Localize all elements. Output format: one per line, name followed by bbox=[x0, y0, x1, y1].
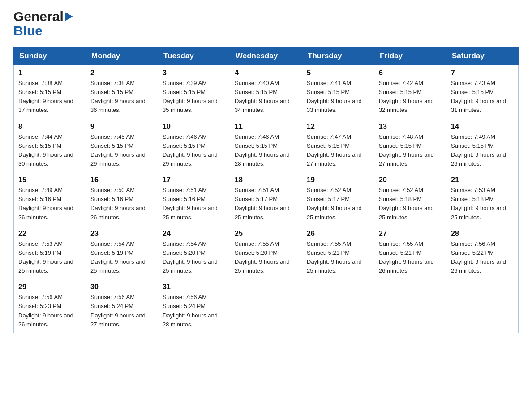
calendar-day-cell: 31 Sunrise: 7:56 AMSunset: 5:24 PMDaylig… bbox=[158, 279, 230, 333]
day-info: Sunrise: 7:44 AMSunset: 5:15 PMDaylight:… bbox=[18, 133, 81, 169]
logo-blue-text: Blue bbox=[13, 23, 43, 39]
day-info: Sunrise: 7:54 AMSunset: 5:19 PMDaylight:… bbox=[90, 240, 153, 276]
calendar-day-cell: 20 Sunrise: 7:52 AMSunset: 5:18 PMDaylig… bbox=[374, 172, 446, 226]
day-info: Sunrise: 7:38 AMSunset: 5:15 PMDaylight:… bbox=[18, 79, 81, 115]
day-info: Sunrise: 7:49 AMSunset: 5:16 PMDaylight:… bbox=[18, 186, 81, 222]
day-info: Sunrise: 7:56 AMSunset: 5:24 PMDaylight:… bbox=[90, 293, 153, 329]
day-number: 8 bbox=[18, 123, 81, 131]
day-number: 16 bbox=[90, 176, 153, 184]
day-number: 31 bbox=[163, 283, 225, 291]
calendar-day-cell: 9 Sunrise: 7:45 AMSunset: 5:15 PMDayligh… bbox=[86, 119, 158, 172]
day-info: Sunrise: 7:55 AMSunset: 5:21 PMDaylight:… bbox=[379, 240, 442, 276]
calendar-week-row: 15 Sunrise: 7:49 AMSunset: 5:16 PMDaylig… bbox=[14, 172, 519, 226]
day-info: Sunrise: 7:55 AMSunset: 5:20 PMDaylight:… bbox=[235, 240, 297, 276]
day-info: Sunrise: 7:53 AMSunset: 5:18 PMDaylight:… bbox=[451, 186, 514, 222]
day-number: 28 bbox=[451, 230, 514, 238]
calendar-day-cell bbox=[374, 279, 446, 333]
day-number: 4 bbox=[235, 69, 297, 77]
day-number: 9 bbox=[90, 123, 153, 131]
logo-general-text: General bbox=[13, 9, 64, 24]
day-number: 7 bbox=[451, 69, 514, 77]
calendar-day-cell: 14 Sunrise: 7:49 AMSunset: 5:15 PMDaylig… bbox=[446, 119, 519, 172]
svg-marker-0 bbox=[65, 12, 73, 21]
calendar-day-cell: 2 Sunrise: 7:38 AMSunset: 5:15 PMDayligh… bbox=[86, 65, 158, 119]
day-number: 22 bbox=[18, 230, 81, 238]
day-number: 29 bbox=[18, 283, 81, 291]
day-number: 18 bbox=[235, 176, 297, 184]
day-info: Sunrise: 7:40 AMSunset: 5:15 PMDaylight:… bbox=[235, 79, 297, 115]
day-info: Sunrise: 7:49 AMSunset: 5:15 PMDaylight:… bbox=[451, 133, 514, 169]
calendar-day-cell bbox=[446, 279, 519, 333]
calendar-week-row: 22 Sunrise: 7:53 AMSunset: 5:19 PMDaylig… bbox=[14, 226, 519, 279]
day-info: Sunrise: 7:51 AMSunset: 5:16 PMDaylight:… bbox=[163, 186, 225, 222]
calendar-table: SundayMondayTuesdayWednesdayThursdayFrid… bbox=[13, 47, 519, 333]
day-number: 13 bbox=[379, 123, 442, 131]
day-info: Sunrise: 7:38 AMSunset: 5:15 PMDaylight:… bbox=[90, 79, 153, 115]
day-info: Sunrise: 7:56 AMSunset: 5:22 PMDaylight:… bbox=[451, 240, 514, 276]
column-header-friday: Friday bbox=[374, 47, 446, 65]
calendar-day-cell: 6 Sunrise: 7:42 AMSunset: 5:15 PMDayligh… bbox=[374, 65, 446, 119]
calendar-day-cell: 4 Sunrise: 7:40 AMSunset: 5:15 PMDayligh… bbox=[230, 65, 302, 119]
day-number: 23 bbox=[90, 230, 153, 238]
day-info: Sunrise: 7:51 AMSunset: 5:17 PMDaylight:… bbox=[235, 186, 297, 222]
page-header: General Blue bbox=[13, 9, 519, 39]
day-info: Sunrise: 7:45 AMSunset: 5:15 PMDaylight:… bbox=[90, 133, 153, 169]
calendar-day-cell: 7 Sunrise: 7:43 AMSunset: 5:15 PMDayligh… bbox=[446, 65, 519, 119]
logo-arrow-icon bbox=[65, 12, 73, 21]
day-number: 20 bbox=[379, 176, 442, 184]
calendar-day-cell: 23 Sunrise: 7:54 AMSunset: 5:19 PMDaylig… bbox=[86, 226, 158, 279]
calendar-day-cell: 19 Sunrise: 7:52 AMSunset: 5:17 PMDaylig… bbox=[302, 172, 374, 226]
calendar-day-cell: 15 Sunrise: 7:49 AMSunset: 5:16 PMDaylig… bbox=[14, 172, 86, 226]
day-number: 19 bbox=[307, 176, 369, 184]
day-number: 2 bbox=[90, 69, 153, 77]
calendar-day-cell: 24 Sunrise: 7:54 AMSunset: 5:20 PMDaylig… bbox=[158, 226, 230, 279]
column-header-sunday: Sunday bbox=[14, 47, 86, 65]
day-info: Sunrise: 7:56 AMSunset: 5:23 PMDaylight:… bbox=[18, 293, 81, 329]
day-number: 3 bbox=[163, 69, 225, 77]
calendar-day-cell: 28 Sunrise: 7:56 AMSunset: 5:22 PMDaylig… bbox=[446, 226, 519, 279]
calendar-day-cell: 1 Sunrise: 7:38 AMSunset: 5:15 PMDayligh… bbox=[14, 65, 86, 119]
calendar-week-row: 8 Sunrise: 7:44 AMSunset: 5:15 PMDayligh… bbox=[14, 119, 519, 172]
column-header-saturday: Saturday bbox=[446, 47, 519, 65]
day-number: 15 bbox=[18, 176, 81, 184]
calendar-day-cell: 8 Sunrise: 7:44 AMSunset: 5:15 PMDayligh… bbox=[14, 119, 86, 172]
day-info: Sunrise: 7:47 AMSunset: 5:15 PMDaylight:… bbox=[307, 133, 369, 169]
day-info: Sunrise: 7:46 AMSunset: 5:15 PMDaylight:… bbox=[163, 133, 225, 169]
day-number: 5 bbox=[307, 69, 369, 77]
day-info: Sunrise: 7:41 AMSunset: 5:15 PMDaylight:… bbox=[307, 79, 369, 115]
column-header-monday: Monday bbox=[86, 47, 158, 65]
calendar-day-cell: 16 Sunrise: 7:50 AMSunset: 5:16 PMDaylig… bbox=[86, 172, 158, 226]
day-number: 12 bbox=[307, 123, 369, 131]
calendar-day-cell: 12 Sunrise: 7:47 AMSunset: 5:15 PMDaylig… bbox=[302, 119, 374, 172]
day-number: 14 bbox=[451, 123, 514, 131]
day-info: Sunrise: 7:54 AMSunset: 5:20 PMDaylight:… bbox=[163, 240, 225, 276]
column-header-tuesday: Tuesday bbox=[158, 47, 230, 65]
calendar-day-cell: 21 Sunrise: 7:53 AMSunset: 5:18 PMDaylig… bbox=[446, 172, 519, 226]
day-info: Sunrise: 7:52 AMSunset: 5:18 PMDaylight:… bbox=[379, 186, 442, 222]
day-info: Sunrise: 7:50 AMSunset: 5:16 PMDaylight:… bbox=[90, 186, 153, 222]
day-number: 24 bbox=[163, 230, 225, 238]
day-info: Sunrise: 7:53 AMSunset: 5:19 PMDaylight:… bbox=[18, 240, 81, 276]
calendar-header-row: SundayMondayTuesdayWednesdayThursdayFrid… bbox=[14, 47, 519, 65]
calendar-day-cell bbox=[230, 279, 302, 333]
day-number: 21 bbox=[451, 176, 514, 184]
day-info: Sunrise: 7:43 AMSunset: 5:15 PMDaylight:… bbox=[451, 79, 514, 115]
day-info: Sunrise: 7:52 AMSunset: 5:17 PMDaylight:… bbox=[307, 186, 369, 222]
calendar-day-cell: 11 Sunrise: 7:46 AMSunset: 5:15 PMDaylig… bbox=[230, 119, 302, 172]
calendar-day-cell bbox=[302, 279, 374, 333]
day-number: 10 bbox=[163, 123, 225, 131]
day-number: 25 bbox=[235, 230, 297, 238]
day-number: 27 bbox=[379, 230, 442, 238]
calendar-week-row: 29 Sunrise: 7:56 AMSunset: 5:23 PMDaylig… bbox=[14, 279, 519, 333]
calendar-day-cell: 22 Sunrise: 7:53 AMSunset: 5:19 PMDaylig… bbox=[14, 226, 86, 279]
column-header-wednesday: Wednesday bbox=[230, 47, 302, 65]
day-number: 17 bbox=[163, 176, 225, 184]
day-number: 6 bbox=[379, 69, 442, 77]
day-info: Sunrise: 7:48 AMSunset: 5:15 PMDaylight:… bbox=[379, 133, 442, 169]
calendar-week-row: 1 Sunrise: 7:38 AMSunset: 5:15 PMDayligh… bbox=[14, 65, 519, 119]
calendar-day-cell: 3 Sunrise: 7:39 AMSunset: 5:15 PMDayligh… bbox=[158, 65, 230, 119]
day-info: Sunrise: 7:42 AMSunset: 5:15 PMDaylight:… bbox=[379, 79, 442, 115]
calendar-day-cell: 17 Sunrise: 7:51 AMSunset: 5:16 PMDaylig… bbox=[158, 172, 230, 226]
calendar-day-cell: 10 Sunrise: 7:46 AMSunset: 5:15 PMDaylig… bbox=[158, 119, 230, 172]
calendar-day-cell: 29 Sunrise: 7:56 AMSunset: 5:23 PMDaylig… bbox=[14, 279, 86, 333]
